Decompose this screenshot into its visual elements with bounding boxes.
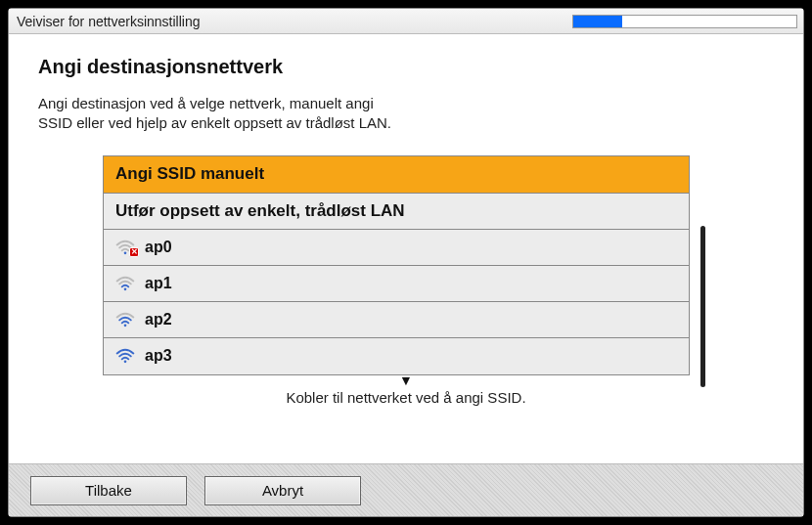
svg-point-0: [124, 251, 127, 254]
wifi-icon: ✕: [115, 240, 135, 255]
wifi-error-badge: ✕: [129, 247, 139, 257]
window-title: Veiviser for nettverksinnstilling: [17, 14, 201, 29]
network-label: ap1: [145, 275, 172, 292]
network-label: ap2: [145, 311, 172, 328]
option-easy-setup[interactable]: Utfør oppsett av enkelt, trådløst LAN: [104, 194, 689, 230]
hint-text: Kobler til nettverket ved å angi SSID.: [38, 389, 774, 406]
network-label: ap0: [145, 239, 172, 256]
description-line-2: SSID eller ved hjelp av enkelt oppsett a…: [38, 114, 391, 131]
svg-point-3: [124, 361, 127, 364]
network-item-ap2[interactable]: ap2: [104, 302, 689, 338]
wifi-icon: [115, 312, 135, 328]
content-area: Angi destinasjonsnettverk Angi destinasj…: [9, 34, 803, 463]
option-label: Utfør oppsett av enkelt, trådløst LAN: [115, 201, 405, 221]
network-label: ap3: [145, 347, 172, 365]
page-heading: Angi destinasjonsnettverk: [38, 56, 774, 78]
cancel-button[interactable]: Avbryt: [204, 476, 361, 505]
description-line-1: Angi destinasjon ved å velge nettverk, m…: [38, 95, 374, 111]
option-manual-ssid[interactable]: Angi SSID manuelt: [104, 156, 689, 194]
network-list-wrapper: Angi SSID manuelt Utfør oppsett av enkel…: [103, 155, 709, 375]
svg-point-2: [124, 324, 127, 327]
page-description: Angi destinasjon ved å velge nettverk, m…: [38, 94, 774, 134]
option-label: Angi SSID manuelt: [115, 164, 264, 184]
wifi-icon: [115, 276, 135, 291]
scroll-down-caret[interactable]: ▼: [38, 375, 774, 385]
svg-point-1: [124, 287, 127, 290]
titlebar: Veiviser for nettverksinnstilling: [9, 9, 803, 34]
network-item-ap1[interactable]: ap1: [104, 266, 689, 302]
wifi-icon: [115, 348, 135, 364]
window-frame: Veiviser for nettverksinnstilling Angi d…: [0, 0, 812, 525]
footer-bar: Tilbake Avbryt: [9, 463, 803, 516]
network-item-ap3[interactable]: ap3: [104, 338, 689, 374]
network-item-ap0[interactable]: ✕ ap0: [104, 230, 689, 266]
window-inner: Veiviser for nettverksinnstilling Angi d…: [8, 8, 804, 517]
back-button[interactable]: Tilbake: [30, 476, 187, 505]
scrollbar[interactable]: [700, 226, 705, 387]
network-list: Angi SSID manuelt Utfør oppsett av enkel…: [103, 155, 690, 375]
progress-bar: [572, 15, 797, 28]
progress-fill: [573, 16, 622, 27]
